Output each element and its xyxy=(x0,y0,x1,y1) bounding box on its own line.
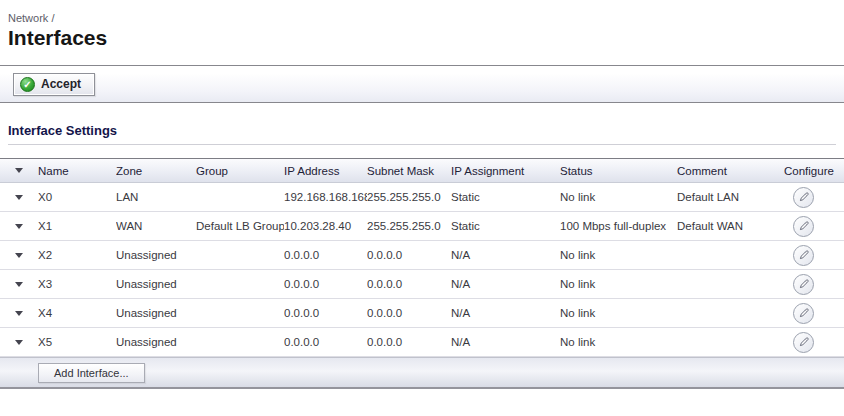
column-header-group: Group xyxy=(196,165,284,177)
cell-status: No link xyxy=(560,278,677,290)
table-row: X3 Unassigned 0.0.0.0 0.0.0.0 N/A No lin… xyxy=(0,270,844,299)
cell-ip-address: 0.0.0.0 xyxy=(284,249,367,261)
cell-zone: LAN xyxy=(116,191,196,203)
cell-ip-assignment: N/A xyxy=(451,278,560,290)
triangle-down-icon xyxy=(15,168,23,173)
page-title: Interfaces xyxy=(0,24,844,50)
column-header-ip-address: IP Address xyxy=(284,165,367,177)
table-row: X2 Unassigned 0.0.0.0 0.0.0.0 N/A No lin… xyxy=(0,241,844,270)
section-title: Interface Settings xyxy=(8,123,836,145)
cell-ip-address: 0.0.0.0 xyxy=(284,336,367,348)
cell-subnet-mask: 255.255.255.0 xyxy=(367,220,451,232)
configure-button[interactable] xyxy=(784,245,844,266)
cell-ip-address: 0.0.0.0 xyxy=(284,278,367,290)
configure-button[interactable] xyxy=(784,332,844,353)
cell-ip-assignment: Static xyxy=(451,220,560,232)
column-header-configure: Configure xyxy=(784,165,844,177)
row-expand-arrow[interactable] xyxy=(0,282,38,287)
table-header-row: Name Zone Group IP Address Subnet Mask I… xyxy=(0,158,844,183)
accept-button-label: Accept xyxy=(41,77,81,91)
column-header-ip-assignment: IP Assignment xyxy=(451,165,560,177)
cell-subnet-mask: 0.0.0.0 xyxy=(367,307,451,319)
table-row: X4 Unassigned 0.0.0.0 0.0.0.0 N/A No lin… xyxy=(0,299,844,328)
cell-status: No link xyxy=(560,336,677,348)
table-row: X0 LAN 192.168.168.168 255.255.255.0 Sta… xyxy=(0,183,844,212)
cell-name: X1 xyxy=(38,220,116,232)
cell-name: X0 xyxy=(38,191,116,203)
interface-table: Name Zone Group IP Address Subnet Mask I… xyxy=(0,158,844,389)
configure-button[interactable] xyxy=(784,274,844,295)
pencil-icon xyxy=(793,245,814,266)
header-expand-arrow[interactable] xyxy=(0,168,38,173)
cell-ip-address: 10.203.28.40 xyxy=(284,220,367,232)
table-row: X1 WAN Default LB Group 10.203.28.40 255… xyxy=(0,212,844,241)
cell-status: No link xyxy=(560,249,677,261)
cell-zone: Unassigned xyxy=(116,278,196,290)
table-footer: Add Interface... xyxy=(0,357,844,389)
cell-name: X5 xyxy=(38,336,116,348)
triangle-down-icon xyxy=(15,195,23,200)
cell-zone: WAN xyxy=(116,220,196,232)
configure-button[interactable] xyxy=(784,187,844,208)
row-expand-arrow[interactable] xyxy=(0,253,38,258)
triangle-down-icon xyxy=(15,224,23,229)
column-header-zone: Zone xyxy=(116,165,196,177)
pencil-icon xyxy=(793,303,814,324)
cell-subnet-mask: 255.255.255.0 xyxy=(367,191,451,203)
check-circle-icon: ✓ xyxy=(20,77,35,92)
row-expand-arrow[interactable] xyxy=(0,195,38,200)
cell-status: 100 Mbps full-duplex xyxy=(560,220,677,232)
cell-subnet-mask: 0.0.0.0 xyxy=(367,278,451,290)
add-interface-button[interactable]: Add Interface... xyxy=(38,363,145,383)
triangle-down-icon xyxy=(15,253,23,258)
cell-status: No link xyxy=(560,307,677,319)
cell-zone: Unassigned xyxy=(116,249,196,261)
cell-name: X2 xyxy=(38,249,116,261)
cell-comment: Default WAN xyxy=(677,220,784,232)
cell-ip-address: 192.168.168.168 xyxy=(284,191,367,203)
column-header-status: Status xyxy=(560,165,677,177)
cell-ip-assignment: Static xyxy=(451,191,560,203)
cell-status: No link xyxy=(560,191,677,203)
cell-ip-assignment: N/A xyxy=(451,336,560,348)
cell-name: X3 xyxy=(38,278,116,290)
column-header-name: Name xyxy=(38,165,116,177)
cell-ip-address: 0.0.0.0 xyxy=(284,307,367,319)
breadcrumb[interactable]: Network / xyxy=(0,0,844,24)
column-header-comment: Comment xyxy=(677,165,784,177)
table-body: X0 LAN 192.168.168.168 255.255.255.0 Sta… xyxy=(0,183,844,357)
row-expand-arrow[interactable] xyxy=(0,340,38,345)
cell-comment: Default LAN xyxy=(677,191,784,203)
cell-ip-assignment: N/A xyxy=(451,307,560,319)
cell-subnet-mask: 0.0.0.0 xyxy=(367,336,451,348)
accept-button[interactable]: ✓ Accept xyxy=(13,73,95,96)
triangle-down-icon xyxy=(15,311,23,316)
table-row: X5 Unassigned 0.0.0.0 0.0.0.0 N/A No lin… xyxy=(0,328,844,357)
pencil-icon xyxy=(793,274,814,295)
cell-name: X4 xyxy=(38,307,116,319)
pencil-icon xyxy=(793,187,814,208)
pencil-icon xyxy=(793,216,814,237)
triangle-down-icon xyxy=(15,282,23,287)
row-expand-arrow[interactable] xyxy=(0,224,38,229)
cell-subnet-mask: 0.0.0.0 xyxy=(367,249,451,261)
configure-button[interactable] xyxy=(784,303,844,324)
toolbar: ✓ Accept xyxy=(0,65,844,103)
triangle-down-icon xyxy=(15,340,23,345)
cell-zone: Unassigned xyxy=(116,336,196,348)
configure-button[interactable] xyxy=(784,216,844,237)
row-expand-arrow[interactable] xyxy=(0,311,38,316)
pencil-icon xyxy=(793,332,814,353)
cell-group: Default LB Group xyxy=(196,220,284,232)
cell-ip-assignment: N/A xyxy=(451,249,560,261)
cell-zone: Unassigned xyxy=(116,307,196,319)
column-header-subnet-mask: Subnet Mask xyxy=(367,165,451,177)
